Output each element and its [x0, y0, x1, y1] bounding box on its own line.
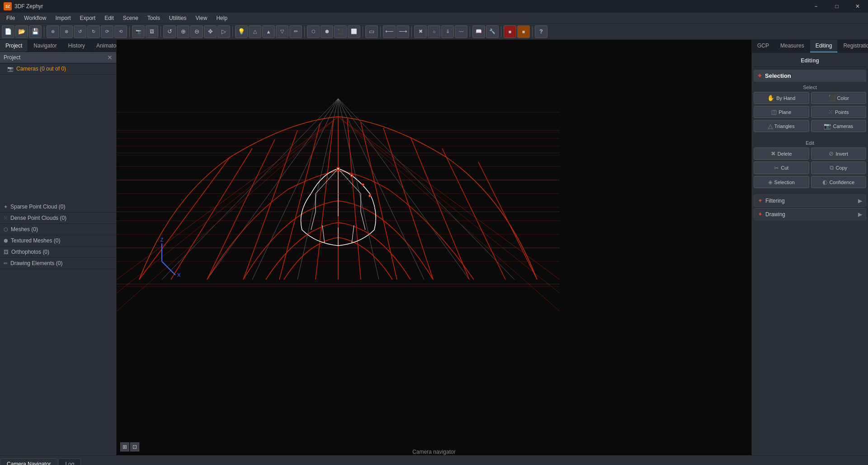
menu-view[interactable]: View	[191, 14, 212, 22]
close-button[interactable]: ✕	[847, 0, 868, 13]
tab-log[interactable]: Log	[58, 458, 81, 465]
new-button[interactable]: 📄	[2, 25, 14, 38]
toolbar-sep7	[380, 26, 381, 37]
tb-red-cube[interactable]: ■	[504, 25, 516, 38]
tb-img[interactable]: 🖼	[146, 25, 158, 38]
tab-editing[interactable]: Editing	[810, 40, 838, 52]
tb-cube2[interactable]: ⬜	[348, 25, 360, 38]
tb-btn-2[interactable]: ⊗	[60, 25, 73, 38]
tb-camera[interactable]: 📷	[132, 25, 145, 38]
tab-camera-navigator[interactable]: Camera Navigator	[0, 458, 57, 465]
dense-icon: ⁙	[4, 215, 8, 221]
editing-title: Editing	[754, 55, 866, 67]
menu-help[interactable]: Help	[212, 14, 232, 22]
panel-close[interactable]: ✕	[107, 54, 113, 61]
cameras-button[interactable]: 📷 Cameras	[811, 120, 867, 132]
tb-lasso[interactable]: ⬡	[307, 25, 320, 38]
cameras-item[interactable]: 📷 Cameras (0 out of 0)	[0, 63, 116, 75]
spacer2	[754, 190, 866, 195]
menu-scene[interactable]: Scene	[118, 14, 143, 22]
tb-wave[interactable]: 〰	[455, 25, 467, 38]
tab-navigator[interactable]: Navigator	[28, 40, 62, 52]
panel-header: Project ✕	[0, 52, 116, 63]
tb-triangle2[interactable]: ▲	[262, 25, 275, 38]
tb-redo[interactable]: ⟶	[396, 25, 409, 38]
viewport-btn-fit[interactable]: ⊞	[120, 442, 129, 451]
cut-button[interactable]: ✂ Cut	[754, 161, 809, 174]
tb-btn-6[interactable]: ⟲	[114, 25, 127, 38]
window-controls: − □ ✕	[806, 0, 868, 13]
tab-history[interactable]: History	[63, 40, 91, 52]
dense-point-clouds-item[interactable]: ⁙ Dense Point Clouds (0)	[0, 213, 116, 224]
tb-orange-cube[interactable]: ■	[517, 25, 530, 38]
tb-lasso2[interactable]: ⬢	[321, 25, 333, 38]
svg-rect-0	[117, 40, 751, 455]
tb-select[interactable]: ▷	[217, 25, 230, 38]
menu-utilities[interactable]: Utilities	[165, 14, 191, 22]
tb-triangle3[interactable]: ▽	[276, 25, 288, 38]
tb-pencil[interactable]: ✏	[289, 25, 302, 38]
tb-btn-1[interactable]: ⊕	[47, 25, 59, 38]
project-panel: Project ✕ 📷 Cameras (0 out of 0) ✦ Spars…	[0, 52, 116, 455]
menu-import[interactable]: Import	[51, 14, 75, 22]
tb-book[interactable]: 📖	[472, 25, 485, 38]
textured-meshes-item[interactable]: ⬢ Textured Meshes (0)	[0, 235, 116, 247]
triangles-button[interactable]: △ Triangles	[754, 120, 809, 132]
open-button[interactable]: 📂	[15, 25, 28, 38]
maximize-button[interactable]: □	[826, 0, 847, 13]
drawing-elements-item[interactable]: ✏ Drawing Elements (0)	[0, 258, 116, 269]
menu-export[interactable]: Export	[75, 14, 100, 22]
tb-help[interactable]: ?	[535, 25, 547, 38]
selection-edit-button[interactable]: ◈ Selection	[754, 176, 809, 188]
points-button[interactable]: ⁙ Points	[811, 106, 867, 118]
tb-btn-4[interactable]: ↻	[87, 25, 100, 38]
copy-button[interactable]: ⧉ Copy	[811, 161, 867, 174]
tb-bulb[interactable]: 💡	[235, 25, 248, 38]
tb-undo[interactable]: ⟵	[383, 25, 396, 38]
drawing-section[interactable]: ✦ Drawing ▶	[754, 208, 866, 220]
tb-orbit[interactable]: ↺	[163, 25, 176, 38]
spacer1	[754, 134, 866, 138]
tab-project[interactable]: Project	[0, 40, 28, 52]
sparse-point-cloud-item[interactable]: ✦ Sparse Point Cloud (0)	[0, 201, 116, 213]
select-row-3: △ Triangles 📷 Cameras	[754, 120, 866, 132]
viewport[interactable]: Z X ⊞ ⊡	[117, 40, 751, 455]
menu-file[interactable]: File	[2, 14, 19, 22]
tb-wrench[interactable]: 🔧	[486, 25, 499, 38]
triangles-icon: △	[768, 123, 773, 129]
tab-registration[interactable]: Registration	[838, 40, 868, 52]
bottom-tabs-area: Camera Navigator Log Camera navigator	[0, 455, 868, 465]
tb-pan[interactable]: ✥	[204, 25, 217, 38]
tb-square[interactable]: ▭	[365, 25, 378, 38]
by-hand-button[interactable]: ✋ By Hand	[754, 92, 809, 104]
save-button[interactable]: 💾	[29, 25, 42, 38]
ortho-icon: 🖼	[4, 249, 9, 255]
tb-btn-5[interactable]: ⟳	[101, 25, 113, 38]
color-button[interactable]: ⬛ Color	[811, 92, 867, 104]
menu-workflow[interactable]: Workflow	[19, 14, 51, 22]
tb-zoom-in[interactable]: ⊕	[177, 25, 189, 38]
tb-triangle[interactable]: △	[249, 25, 261, 38]
filtering-section[interactable]: ✦ Filtering ▶	[754, 195, 866, 207]
confidence-button[interactable]: ◐ Confidence	[811, 176, 867, 188]
toolbar-sep5	[304, 26, 305, 37]
tab-gcp[interactable]: GCP	[752, 40, 775, 52]
delete-button[interactable]: ✖ Delete	[754, 147, 809, 160]
tb-cube1[interactable]: ⬛	[334, 25, 347, 38]
menu-edit[interactable]: Edit	[100, 14, 118, 22]
orthophotos-item[interactable]: 🖼 Orthophotos (0)	[0, 247, 116, 258]
meshes-item[interactable]: ⬡ Meshes (0)	[0, 224, 116, 235]
tb-cross[interactable]: ✖	[414, 25, 427, 38]
tab-measures[interactable]: Measures	[775, 40, 810, 52]
invert-button[interactable]: ⊘ Invert	[811, 147, 867, 160]
plane-button[interactable]: ◫ Plane	[754, 106, 809, 118]
tb-circle[interactable]: ○	[428, 25, 440, 38]
viewport-btn-view[interactable]: ⊡	[130, 442, 139, 451]
drawing-cs-label: Drawing	[765, 211, 785, 218]
menu-tools[interactable]: Tools	[143, 14, 165, 22]
tb-download[interactable]: ⇓	[441, 25, 454, 38]
minimize-button[interactable]: −	[806, 0, 826, 13]
tb-zoom-out[interactable]: ⊖	[190, 25, 203, 38]
filtering-arrow: ▶	[858, 198, 862, 204]
tb-btn-3[interactable]: ↺	[74, 25, 86, 38]
